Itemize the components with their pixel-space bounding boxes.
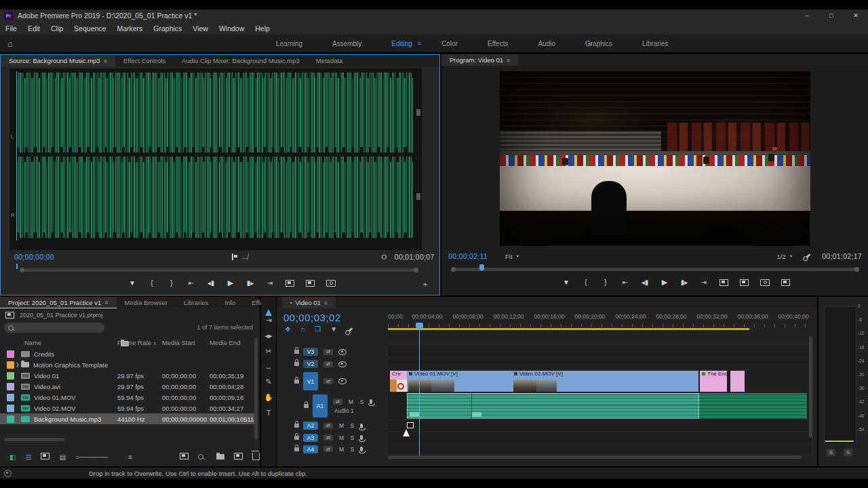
find-icon[interactable]	[198, 453, 207, 461]
track-v1-content[interactable]: Cre Video 01.MOV [V] Video 02.MOV [V] Th…	[388, 371, 811, 392]
workspace-libraries[interactable]: Libraries	[627, 40, 683, 47]
track-a1-name[interactable]: Audio 1	[334, 407, 372, 414]
drag-audio-icon[interactable]: ↮	[241, 253, 248, 261]
project-horizontal-scrollbar[interactable]	[4, 438, 65, 441]
timeline-settings-icon[interactable]	[347, 325, 353, 333]
solo-button[interactable]: S	[349, 446, 355, 453]
tab-source[interactable]: Source: Background Music.mp3 ≡	[1, 55, 115, 66]
waveform-left-channel[interactable]	[16, 73, 414, 152]
comparison-view-button[interactable]	[781, 279, 790, 286]
project-search-input[interactable]	[4, 323, 104, 333]
panel-menu-icon[interactable]: ≡	[104, 58, 107, 64]
program-current-time[interactable]: 00;00;02;11	[448, 252, 488, 260]
timeline-playhead-timecode[interactable]: 00;00;03;02	[283, 312, 341, 323]
program-zoom-scrollbar[interactable]	[452, 268, 858, 271]
audio-clip-background-music-selected[interactable]	[407, 393, 699, 419]
voiceover-mic-icon[interactable]	[360, 424, 363, 428]
audio-clip-background-music-tail[interactable]	[699, 393, 807, 419]
program-settings-icon[interactable]	[805, 253, 811, 259]
clip-credits[interactable]: Cre	[390, 371, 407, 392]
play-button[interactable]: ▶	[660, 278, 669, 287]
sync-lock-icon[interactable]: ⇄	[323, 361, 333, 367]
lock-icon[interactable]	[294, 350, 299, 354]
sync-lock-icon[interactable]: ⇄	[323, 378, 333, 384]
waveform-zoom-handle[interactable]	[416, 193, 420, 200]
waveform-zoom-handle[interactable]	[416, 109, 420, 116]
solo-button[interactable]: S	[359, 399, 365, 405]
label-color-chip[interactable]	[7, 361, 14, 369]
solo-button[interactable]: S	[349, 422, 355, 429]
timeline-playhead-handle[interactable]	[416, 323, 423, 329]
mark-in-button[interactable]: {	[148, 279, 156, 287]
step-back-button[interactable]: ◂▮	[207, 279, 215, 287]
workspace-assembly[interactable]: Assembly	[317, 40, 376, 47]
mute-button[interactable]: M	[338, 446, 344, 453]
project-writable-icon[interactable]: ◧	[9, 453, 16, 461]
fit-dropdown[interactable]: Fit ▾	[505, 253, 519, 260]
clip-video-01-mov[interactable]: Video 01.MOV [V]	[407, 371, 512, 392]
source-settings-icon[interactable]	[383, 256, 384, 258]
track-a1-content[interactable]	[388, 393, 811, 419]
snap-icon[interactable]: ∩	[300, 325, 305, 333]
tab-media-browser[interactable]: Media Browser	[117, 297, 176, 308]
linked-selection-icon[interactable]: ❒	[315, 325, 321, 333]
panel-menu-icon[interactable]: ≡	[507, 57, 510, 64]
play-button[interactable]: ▶	[226, 279, 235, 287]
add-marker-button[interactable]: ▼	[128, 279, 136, 287]
icon-view-icon[interactable]	[41, 453, 50, 461]
voiceover-mic-icon[interactable]	[360, 447, 363, 451]
automate-to-sequence-icon[interactable]	[180, 453, 189, 461]
label-color-chip[interactable]	[7, 415, 14, 423]
track-a4-badge[interactable]: A4	[303, 445, 318, 453]
clip-the-end[interactable]: The End	[700, 371, 727, 392]
home-icon[interactable]: ⌂	[0, 39, 20, 49]
menu-sequence[interactable]: Sequence	[68, 24, 111, 33]
label-color-chip[interactable]	[7, 394, 14, 401]
track-v2-content[interactable]	[388, 359, 811, 369]
lock-icon[interactable]	[294, 424, 299, 428]
sync-lock-icon[interactable]: ⇄	[333, 399, 342, 405]
waveform-right-channel[interactable]	[16, 157, 414, 238]
insert-button[interactable]	[285, 280, 294, 287]
menu-help[interactable]: Help	[250, 24, 275, 33]
mute-button[interactable]: M	[338, 422, 344, 429]
pen-tool[interactable]: ✎	[265, 378, 271, 386]
ripple-edit-tool[interactable]: ◂▸	[264, 331, 272, 340]
program-video-preview[interactable]	[500, 71, 810, 246]
mute-button[interactable]: M	[348, 399, 354, 405]
track-a3-content[interactable]	[388, 432, 811, 443]
panel-menu-icon[interactable]: ≡	[324, 300, 328, 306]
lock-icon[interactable]	[294, 436, 299, 440]
sync-lock-icon[interactable]: ⇄	[323, 446, 333, 452]
menu-graphics[interactable]: Graphics	[148, 24, 187, 33]
source-minimap-playhead[interactable]	[16, 264, 18, 269]
column-media-start[interactable]: Media Start	[162, 339, 210, 346]
workspace-graphics[interactable]: Graphics	[570, 40, 627, 47]
export-frame-button[interactable]	[760, 279, 770, 286]
tab-project[interactable]: Project: 2020_05_01 Practice v1 ≡	[0, 297, 117, 308]
source-zoom-scrollbar[interactable]	[21, 268, 417, 272]
step-back-button[interactable]: ◂▮	[641, 279, 649, 286]
tab-sequence-video-01[interactable]: • Video 01 ≡	[282, 297, 336, 308]
go-to-in-button[interactable]: ⇤	[621, 279, 629, 286]
track-select-forward-tool[interactable]: ⇥	[265, 316, 271, 325]
freeform-view-icon[interactable]: ▤	[59, 453, 65, 461]
project-vertical-scrollbar[interactable]	[254, 338, 258, 439]
workspace-overflow-icon[interactable]: »	[589, 40, 593, 47]
tab-audio-clip-mixer[interactable]: Audio Clip Mixer: Background Music.mp3	[174, 55, 308, 66]
source-current-time[interactable]: 00;00;00;00	[14, 253, 54, 261]
column-name[interactable]: Name	[24, 339, 117, 346]
selection-tool[interactable]	[265, 301, 272, 309]
work-area-bar[interactable]	[388, 328, 749, 330]
solo-left-button[interactable]: S	[827, 449, 835, 456]
add-marker-button[interactable]: ▼	[562, 279, 570, 286]
mark-out-button[interactable]: }	[601, 279, 610, 286]
zoombar-handle-left[interactable]	[20, 268, 24, 272]
new-bin-icon[interactable]	[216, 453, 224, 461]
button-editor-icon[interactable]: ＋	[421, 279, 429, 290]
tab-program[interactable]: Program: Video 01 ≡	[441, 54, 518, 66]
program-minimap-playhead[interactable]	[479, 264, 484, 270]
timeline-horizontal-scrollbar[interactable]	[388, 455, 802, 459]
panel-menu-icon[interactable]: ≡	[104, 299, 108, 306]
table-row-video-avi[interactable]: Video.avi 29.97 fps 00;00;00;00 00;00;04…	[0, 381, 254, 392]
